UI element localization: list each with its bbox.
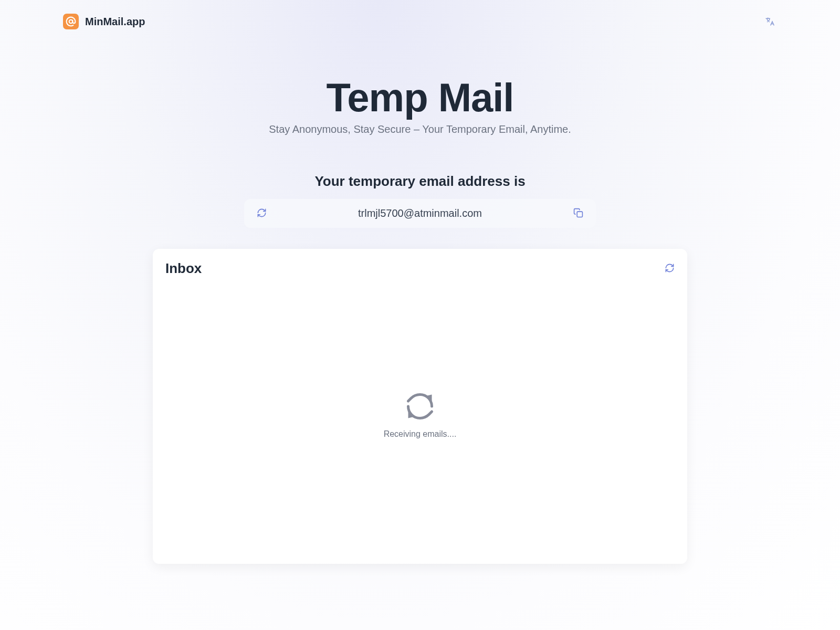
copy-icon: [573, 208, 583, 219]
language-button[interactable]: [762, 14, 777, 29]
main-content: Temp Mail Stay Anonymous, Stay Secure – …: [0, 43, 840, 564]
copy-email-button[interactable]: [573, 208, 583, 219]
email-address: trlmjl5700@atminmail.com: [267, 207, 573, 219]
hero: Temp Mail Stay Anonymous, Stay Secure – …: [269, 75, 571, 135]
email-section: Your temporary email address is trlmjl57…: [63, 173, 777, 228]
header: MinMail.app: [0, 0, 840, 43]
page-subtitle: Stay Anonymous, Stay Secure – Your Tempo…: [269, 123, 571, 135]
page-title: Temp Mail: [269, 75, 571, 120]
app-name: MinMail.app: [85, 16, 145, 28]
inbox-title: Inbox: [165, 260, 202, 277]
svg-rect-1: [577, 212, 582, 217]
inbox-body: Receiving emails....: [165, 277, 675, 552]
email-box: trlmjl5700@atminmail.com: [244, 199, 596, 228]
loading-text: Receiving emails....: [384, 429, 457, 439]
refresh-inbox-button[interactable]: [665, 263, 675, 275]
refresh-email-button[interactable]: [257, 208, 267, 219]
loading-spinner-icon: [404, 391, 436, 422]
email-label: Your temporary email address is: [63, 173, 777, 190]
inbox-card: Inbox: [153, 249, 687, 564]
refresh-icon: [665, 263, 675, 275]
logo-section[interactable]: MinMail.app: [63, 14, 145, 29]
inbox-header: Inbox: [165, 260, 675, 277]
logo-icon: [63, 14, 79, 29]
refresh-icon: [257, 208, 267, 219]
